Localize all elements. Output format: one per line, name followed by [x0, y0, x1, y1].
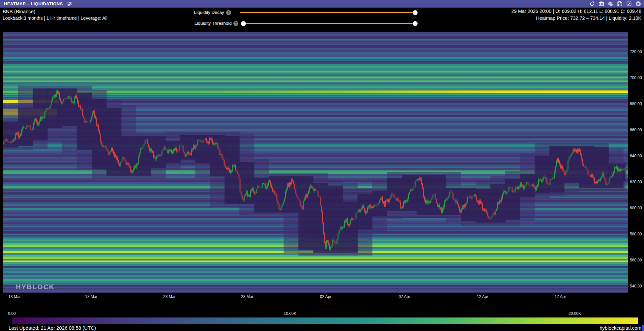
y-axis-label: 640.00 [630, 154, 642, 158]
y-axis-label: 600.00 [630, 206, 642, 210]
y-axis-label: 560.00 [630, 258, 642, 262]
y-axis-label: 680.00 [630, 102, 642, 106]
x-axis-label: 28 Mar [241, 294, 253, 299]
liquidity-threshold-thumb-max[interactable] [413, 21, 418, 26]
colorbar-label: 20.00K [569, 311, 581, 316]
y-axis-label: 580.00 [630, 232, 642, 236]
last-updated-label: Last Updated: 21 Apr 2026 08:58 (UTC) [9, 325, 96, 331]
x-axis-label: 07 Apr [399, 294, 410, 299]
y-axis-label: 660.00 [630, 128, 642, 132]
x-axis-label: 18 Mar [85, 294, 97, 299]
x-axis-label: 17 Apr [555, 294, 566, 299]
site-link[interactable]: hyblockcapital.com [600, 325, 641, 331]
liquidation-heatmap-chart[interactable] [3, 32, 628, 293]
liquidity-threshold-label: Liquidity Threshold [148, 21, 232, 26]
ohlc-readout: 29 Mar 2026 20:00 | O: 609.02 H: 612.11 … [512, 9, 641, 14]
x-axis: 13 Mar18 Mar23 Mar28 Mar02 Apr07 Apr12 A… [0, 294, 644, 300]
symbol-label: BNB (Binance) [3, 9, 35, 14]
y-axis-label: 700.00 [630, 75, 642, 80]
y-axis-label: 720.00 [630, 49, 642, 54]
liquidity-decay-slider[interactable] [240, 12, 417, 13]
gear-icon[interactable] [608, 1, 613, 7]
liquidity-color-scale [12, 317, 638, 324]
page-title: HEATMAP – LIQUIDATIONS [0, 1, 63, 6]
colorbar-label: 10.00K [284, 311, 296, 316]
save-icon[interactable] [617, 1, 623, 7]
title-bar: HEATMAP – LIQUIDATIONS [0, 0, 644, 8]
colorbar-label: 0.00 [8, 311, 15, 316]
liquidity-threshold-thumb-min[interactable] [241, 21, 246, 26]
refresh-icon[interactable] [589, 1, 595, 7]
liquidity-decay-label: Liquidity Decay [148, 10, 224, 15]
filter-sliders-icon[interactable] [67, 1, 73, 7]
help-icon[interactable]: ? [226, 10, 231, 15]
liquidity-decay-thumb[interactable] [413, 10, 418, 15]
y-axis-label: 620.00 [630, 180, 642, 184]
color-scale-labels: 0.0010.00K20.00K [0, 311, 644, 316]
x-axis-label: 02 Apr [320, 294, 332, 299]
liquidity-threshold-slider[interactable] [242, 23, 417, 24]
x-axis-label: 12 Apr [477, 294, 488, 299]
help-icon[interactable]: ? [233, 21, 238, 26]
y-axis: 720.00700.00680.00660.00640.00620.00600.… [630, 0, 644, 331]
x-axis-label: 13 Mar [8, 294, 20, 299]
camera-icon[interactable] [599, 1, 604, 7]
heatmap-price-readout: Heatmap Price: 732.72 – 734.14 | Liquidi… [536, 15, 641, 21]
corner-accent [642, 325, 644, 331]
lookback-settings-label: Lookback:3 months | 1 Hr timeframe | Lev… [3, 15, 107, 21]
y-axis-label: 540.00 [630, 284, 642, 288]
x-axis-label: 23 Mar [163, 294, 175, 299]
hyblock-watermark: HYBLOCK [16, 283, 55, 291]
